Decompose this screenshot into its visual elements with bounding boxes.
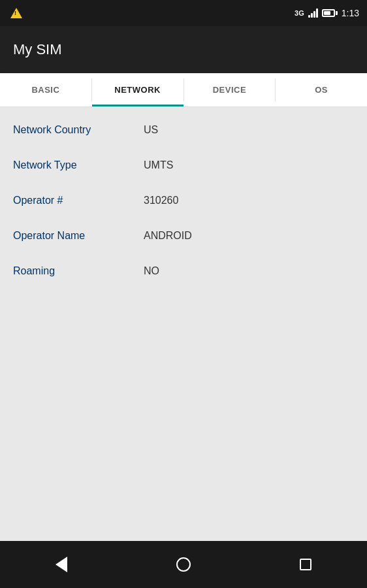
signal-bars-icon bbox=[308, 8, 318, 18]
info-value: US bbox=[144, 124, 158, 136]
info-row: Operator # 310260 bbox=[0, 183, 367, 218]
info-label: Network Type bbox=[13, 159, 144, 171]
info-label: Roaming bbox=[13, 265, 144, 277]
nav-back-button[interactable] bbox=[42, 545, 81, 584]
nav-recents-button[interactable] bbox=[286, 545, 325, 584]
home-icon bbox=[176, 557, 191, 572]
app-bar: My SIM bbox=[0, 26, 367, 73]
network-type-label: 3G bbox=[295, 9, 304, 17]
info-value: 310260 bbox=[144, 195, 178, 206]
info-row: Network Country US bbox=[0, 112, 367, 148]
status-bar: 3G 1:13 bbox=[0, 0, 367, 26]
status-bar-left bbox=[8, 7, 295, 19]
info-row: Network Type UMTS bbox=[0, 148, 367, 183]
info-label: Network Country bbox=[13, 124, 144, 136]
info-label: Operator Name bbox=[13, 230, 144, 242]
tab-basic[interactable]: BASIC bbox=[0, 73, 91, 106]
tab-device[interactable]: DEVICE bbox=[184, 73, 276, 106]
tab-network[interactable]: NETWORK bbox=[92, 73, 184, 106]
info-value: ANDROID bbox=[144, 230, 192, 242]
info-value: NO bbox=[144, 265, 159, 277]
info-label: Operator # bbox=[13, 195, 144, 206]
content-area: Network Country US Network Type UMTS Ope… bbox=[0, 107, 367, 541]
status-bar-right: 3G 1:13 bbox=[295, 8, 359, 18]
battery-icon bbox=[322, 9, 338, 17]
warning-icon bbox=[10, 7, 22, 19]
tab-os[interactable]: OS bbox=[276, 73, 367, 106]
nav-bar bbox=[0, 541, 367, 588]
clock-label: 1:13 bbox=[342, 8, 359, 18]
info-value: UMTS bbox=[144, 159, 173, 171]
nav-home-button[interactable] bbox=[164, 545, 203, 584]
info-row: Operator Name ANDROID bbox=[0, 218, 367, 253]
recents-icon bbox=[300, 559, 311, 570]
tab-bar: BASIC NETWORK DEVICE OS bbox=[0, 73, 367, 107]
app-title: My SIM bbox=[13, 41, 62, 58]
info-row: Roaming NO bbox=[0, 253, 367, 289]
back-icon bbox=[56, 557, 67, 572]
